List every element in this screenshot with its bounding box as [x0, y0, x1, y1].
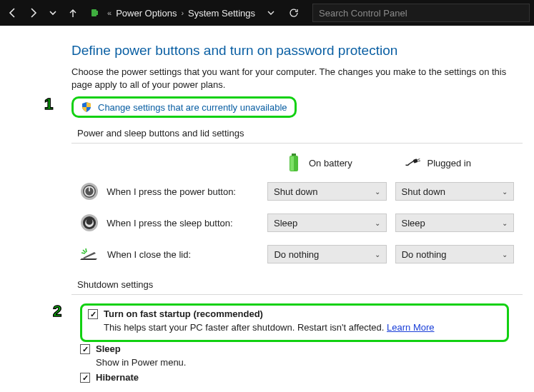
power-button-icon [79, 181, 99, 202]
sleep-plugged-dropdown[interactable]: Sleep ⌄ [395, 213, 515, 232]
window-titlebar: « Power Options › System Settings Search… [0, 0, 534, 26]
divider [71, 143, 523, 144]
breadcrumb-item[interactable]: System Settings [188, 8, 255, 19]
row-power-button: When I press the power button: Shut down… [71, 181, 523, 202]
breadcrumb-item[interactable]: Power Options [116, 8, 177, 19]
battery-icon [286, 152, 302, 174]
intro-text: Choose the power settings that you want … [71, 66, 523, 91]
annotation-highlight-2: Turn on fast startup (recommended) This … [80, 303, 509, 342]
column-headers: On battery Plugged in [71, 152, 523, 174]
dropdown-value: Sleep [274, 218, 297, 228]
annotation-highlight-1: Change settings that are currently unava… [71, 96, 297, 118]
dropdown-value: Sleep [402, 218, 425, 228]
nav-up-button[interactable] [64, 4, 81, 21]
chevron-down-icon: ⌄ [375, 251, 380, 258]
divider [71, 294, 523, 295]
breadcrumb-prefix: « [107, 9, 112, 17]
close-lid-icon [79, 243, 100, 265]
chevron-down-icon: ⌄ [502, 188, 508, 196]
page-title: Define power buttons and turn on passwor… [71, 43, 523, 59]
change-settings-link[interactable]: Change settings that are currently unava… [98, 102, 287, 113]
nav-back-button[interactable] [4, 4, 21, 21]
nav-forward-button[interactable] [24, 4, 41, 21]
nav-recent-button[interactable] [44, 4, 61, 21]
section-shutdown-title: Shutdown settings [77, 279, 523, 290]
column-header-battery-label: On battery [309, 158, 352, 169]
uac-shield-icon [81, 101, 92, 113]
dropdown-value: Shut down [274, 186, 317, 197]
sleep-button-icon [79, 212, 99, 233]
fast-startup-desc: This helps start your PC faster after sh… [104, 322, 501, 333]
learn-more-link[interactable]: Learn More [387, 322, 434, 333]
chevron-right-icon: › [181, 9, 184, 17]
section-buttons-title: Power and sleep buttons and lid settings [77, 128, 523, 139]
row-lid-label: When I close the lid: [107, 249, 267, 260]
chevron-down-icon: ⌄ [502, 251, 508, 258]
row-power-label: When I press the power button: [107, 186, 267, 197]
dropdown-value: Do nothing [402, 249, 447, 260]
column-header-plugged: Plugged in [405, 152, 523, 174]
chevron-down-icon: ⌄ [375, 188, 380, 196]
svg-rect-0 [92, 9, 97, 16]
svg-line-7 [418, 161, 420, 161]
search-placeholder: Search Control Panel [319, 8, 407, 19]
sleep-battery-dropdown[interactable]: Sleep ⌄ [267, 213, 387, 232]
content-pane: Define power buttons and turn on passwor… [0, 26, 534, 383]
svg-rect-5 [412, 159, 417, 164]
row-sleep-label: When I press the sleep button: [107, 218, 267, 228]
sleep-checkbox[interactable] [80, 344, 90, 354]
svg-rect-4 [290, 156, 294, 171]
row-close-lid: When I close the lid: Do nothing ⌄ Do no… [71, 243, 523, 265]
chevron-down-icon: ⌄ [502, 219, 508, 227]
shutdown-settings-list: 2 Turn on fast startup (recommended) Thi… [80, 303, 523, 383]
annotation-number-2: 2 [53, 302, 61, 321]
plug-icon [405, 152, 420, 174]
refresh-button[interactable] [285, 4, 302, 21]
power-options-icon [89, 6, 102, 19]
sleep-option-label: Sleep [96, 343, 121, 354]
hibernate-option-label: Hibernate [96, 372, 139, 383]
dropdown-value: Do nothing [274, 249, 319, 260]
power-battery-dropdown[interactable]: Shut down ⌄ [267, 182, 387, 201]
search-input[interactable]: Search Control Panel [312, 4, 530, 22]
svg-rect-2 [292, 154, 296, 156]
chevron-down-icon: ⌄ [375, 219, 380, 227]
lid-plugged-dropdown[interactable]: Do nothing ⌄ [395, 245, 514, 263]
column-header-plugged-label: Plugged in [427, 158, 471, 169]
fast-startup-label: Turn on fast startup (recommended) [104, 308, 263, 319]
fast-startup-checkbox[interactable] [88, 309, 98, 319]
svg-rect-1 [97, 11, 98, 15]
breadcrumb[interactable]: « Power Options › System Settings [107, 8, 255, 19]
breadcrumb-dropdown-button[interactable] [264, 4, 278, 21]
svg-line-6 [417, 159, 420, 160]
row-sleep-button: When I press the sleep button: Sleep ⌄ S… [71, 212, 523, 233]
hibernate-checkbox[interactable] [80, 373, 90, 383]
annotation-number-1: 1 [44, 95, 53, 114]
power-plugged-dropdown[interactable]: Shut down ⌄ [395, 182, 515, 201]
lid-battery-dropdown[interactable]: Do nothing ⌄ [267, 245, 386, 263]
svg-point-13 [83, 216, 96, 229]
column-header-battery: On battery [286, 152, 405, 174]
sleep-option-desc: Show in Power menu. [96, 357, 523, 368]
dropdown-value: Shut down [402, 186, 445, 197]
